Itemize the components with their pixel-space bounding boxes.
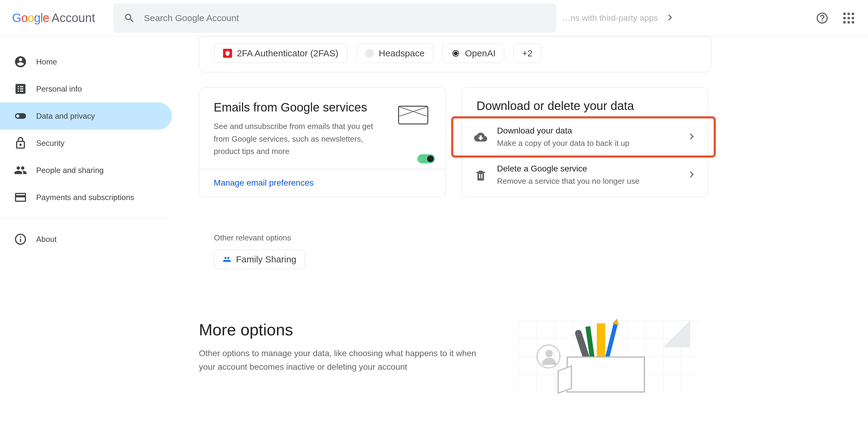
google-apps-button[interactable] [841,11,856,25]
nav-label: Home [36,57,57,67]
toolbox-illustration [518,320,699,392]
nav-security[interactable]: Security [0,130,172,157]
search-field[interactable] [113,3,556,33]
nav-label: People and sharing [36,166,104,175]
envelope-illustration [398,106,431,158]
nav-home[interactable]: Home [0,48,172,75]
nav-label: Payments and subscriptions [36,193,134,202]
apps-icon [843,13,854,24]
family-sharing-chip[interactable]: Family Sharing [214,250,305,269]
search-icon [124,12,135,24]
chip-label: Family Sharing [236,254,296,264]
third-party-apps-card: 2FA Authenticator (2FAS) Headspace OpenA… [199,36,711,72]
relevant-label: Other relevant options [214,233,850,243]
google-account-logo[interactable]: Google Account [12,11,95,25]
openai-icon [451,49,460,58]
google-word: Google [12,11,49,25]
nav-label: Personal info [36,84,82,94]
account-circle-icon [14,55,27,68]
nav-label: About [36,235,57,244]
chip-label: Headspace [379,48,425,59]
id-card-icon [14,82,27,96]
search-input[interactable] [144,13,546,23]
more-options-desc: Other options to manage your data, like … [199,347,482,374]
row-title: Download your data [497,126,629,135]
sidebar: Home Personal info Data and privacy Secu… [0,36,172,417]
main-content: 2FA Authenticator (2FAS) Headspace OpenA… [172,36,868,417]
trash-icon [474,168,487,182]
nav-people-sharing[interactable]: People and sharing [0,157,172,184]
row-subtitle: Remove a service that you no longer use [497,177,640,186]
shield-icon [223,49,232,58]
more-options-title: More options [199,320,482,339]
download-delete-card: Download or delete your data Download yo… [461,87,708,197]
overflow-count: +2 [522,48,532,59]
download-delete-title: Download or delete your data [461,88,708,118]
nav-payments[interactable]: Payments and subscriptions [0,184,172,211]
partial-banner-text: …ns with third-party apps [562,13,658,23]
row-title: Delete a Google service [497,164,640,173]
row-subtitle: Make a copy of your data to back it up [497,138,629,148]
toggle-icon [14,109,27,123]
app-chip-overflow[interactable]: +2 [513,44,541,63]
header: Google Account …ns with third-party apps [0,0,868,36]
help-button[interactable] [815,11,830,25]
lock-icon [14,136,27,150]
family-icon [223,255,231,264]
chevron-right-icon[interactable] [664,11,676,25]
manage-email-link[interactable]: Manage email preferences [214,178,314,187]
emails-card-desc: See and unsubscribe from emails that you… [214,120,389,158]
chip-label: OpenAI [465,48,496,59]
chevron-right-icon [686,168,698,182]
nav-about[interactable]: About [0,226,172,253]
download-your-data-row[interactable]: Download your data Make a copy of your d… [461,118,708,156]
app-chip-headspace[interactable]: Headspace [356,44,433,63]
info-icon [14,232,27,246]
people-icon [14,164,27,177]
product-name: Account [52,11,95,25]
delete-service-row[interactable]: Delete a Google service Remove a service… [461,156,708,194]
nav-label: Security [36,138,64,148]
nav-label: Data and privacy [36,112,95,121]
manage-email-link-row[interactable]: Manage email preferences [199,169,446,197]
app-chip-openai[interactable]: OpenAI [442,44,504,63]
chip-label: 2FA Authenticator (2FAS) [237,48,338,59]
circle-icon [365,49,374,58]
cloud-download-icon [474,130,487,144]
emails-card: Emails from Google ser­vices See and uns… [199,87,446,197]
other-relevant-section: Other relevant options Family Sharing [199,233,850,269]
help-icon [815,11,829,25]
nav-data-privacy[interactable]: Data and privacy [0,102,172,130]
emails-card-title: Emails from Google ser­vices [214,100,389,115]
nav-personal-info[interactable]: Personal info [0,75,172,102]
more-options-section: More options Other options to manage you… [199,320,850,392]
app-chip-2fas[interactable]: 2FA Authenticator (2FAS) [214,44,347,63]
credit-card-icon [14,191,27,204]
chevron-right-icon [686,130,698,144]
